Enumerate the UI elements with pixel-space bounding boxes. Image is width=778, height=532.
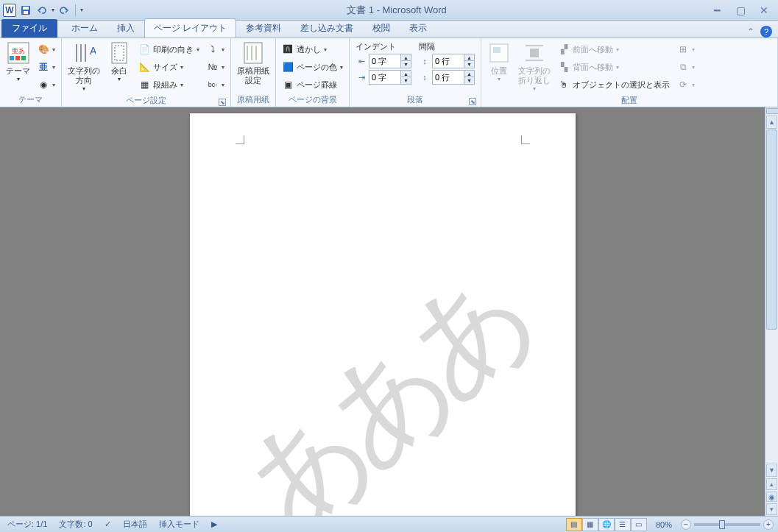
svg-rect-20 (530, 49, 539, 57)
save-button[interactable] (19, 4, 32, 17)
document-scroll[interactable]: あああ (0, 107, 765, 516)
borders-icon: ▣ (282, 79, 294, 91)
theme-fonts-button[interactable]: 亜▾ (35, 59, 58, 75)
minimize-button[interactable]: ━ (710, 4, 724, 17)
word-count[interactable]: 文字数: 0 (56, 519, 95, 530)
insert-mode[interactable]: 挿入モード (156, 519, 202, 530)
margin-mark-tl (236, 135, 244, 144)
watermark-text: あああ (210, 241, 556, 516)
scroll-thumb[interactable] (766, 130, 777, 330)
vertical-scrollbar[interactable]: ▲ ▼ ▴ ◉ ▾ (765, 107, 778, 516)
spin-down[interactable]: ▼ (400, 61, 411, 68)
close-button[interactable]: ✕ (757, 4, 771, 17)
tab-mailings[interactable]: 差し込み文書 (291, 18, 363, 38)
ribbon-minimize-icon[interactable]: ⌃ (747, 26, 754, 37)
tab-file[interactable]: ファイル (1, 19, 57, 38)
spin-down[interactable]: ▼ (400, 77, 411, 84)
theme-colors-button[interactable]: 🎨▾ (35, 41, 58, 57)
align-button: ⊞▾ (674, 41, 698, 57)
pagecolor-button[interactable]: 🟦ページの色▾ (279, 59, 346, 75)
zoom-out-button[interactable]: − (681, 519, 691, 530)
zoom-in-button[interactable]: + (763, 519, 774, 530)
pageborders-button[interactable]: ▣ページ罫線 (279, 77, 346, 93)
print-layout-view[interactable]: ▤ (566, 518, 582, 531)
size-icon: 📐 (138, 61, 150, 73)
fullscreen-view[interactable]: ▦ (582, 518, 598, 531)
zoom-thumb[interactable] (719, 520, 725, 529)
breaks-button[interactable]: ⤵▾ (204, 41, 227, 57)
group-icon: ⧉ (677, 61, 689, 73)
tab-view[interactable]: 表示 (400, 18, 436, 38)
size-button[interactable]: 📐サイズ▾ (135, 59, 202, 75)
theme-effects-button[interactable]: ◉▾ (35, 77, 58, 93)
language-indicator[interactable]: 日本語 (120, 519, 150, 530)
hyphenation-button[interactable]: bc-▾ (204, 77, 227, 93)
prev-page-button[interactable]: ▴ (766, 478, 777, 490)
document-page[interactable]: あああ (190, 113, 576, 516)
undo-dropdown[interactable]: ▾ (52, 7, 54, 13)
text-direction-button[interactable]: A 文字列の 方向 ▾ (65, 40, 103, 93)
zoom-track[interactable] (694, 523, 760, 526)
space-after-spinner[interactable]: ▲▼ (432, 70, 475, 85)
selection-icon: 🖱 (558, 79, 570, 91)
spin-up[interactable]: ▲ (464, 54, 474, 61)
page-indicator[interactable]: ページ: 1/1 (4, 519, 50, 530)
group-manuscript: 原稿用紙 設定 原稿用紙 (231, 38, 276, 107)
selection-pane-button[interactable]: 🖱オブジェクトの選択と表示 (555, 77, 673, 93)
breaks-icon: ⤵ (207, 43, 219, 55)
ribbon-tabs: ファイル ホーム 挿入 ページ レイアウト 参考資料 差し込み文書 校閲 表示 … (0, 21, 778, 38)
wrap-text-button: 文字列の 折り返し ▾ (515, 40, 554, 93)
tab-home[interactable]: ホーム (62, 18, 107, 38)
browse-object-button[interactable]: ◉ (766, 492, 777, 502)
orientation-button[interactable]: 📄印刷の向き▾ (135, 41, 202, 57)
redo-button[interactable] (57, 4, 71, 17)
tab-insert[interactable]: 挿入 (107, 18, 144, 38)
watermark-button[interactable]: 🅰透かし▾ (279, 41, 346, 57)
tab-pagelayout[interactable]: ページ レイアウト (144, 18, 236, 38)
indent-right-spinner[interactable]: ▲▼ (369, 70, 411, 85)
maximize-button[interactable]: ▢ (734, 4, 747, 17)
view-buttons: ▤ ▦ 🌐 ☰ ▭ (566, 518, 647, 531)
quick-access-toolbar: W ▾ ▾ (3, 4, 83, 17)
bring-forward-button: ▞前面へ移動▾ (555, 41, 673, 57)
spin-up[interactable]: ▲ (464, 71, 474, 77)
paragraph-launcher[interactable]: ⬊ (469, 98, 476, 105)
pagesetup-launcher[interactable]: ⬊ (219, 99, 226, 106)
tab-references[interactable]: 参考資料 (236, 18, 291, 38)
tab-review[interactable]: 校閲 (363, 18, 400, 38)
align-icon: ⊞ (677, 43, 689, 55)
web-view[interactable]: 🌐 (598, 518, 615, 531)
spin-down[interactable]: ▼ (464, 77, 474, 84)
scroll-track[interactable] (765, 130, 778, 463)
space-before-spinner[interactable]: ▲▼ (432, 54, 475, 68)
hyphenation-icon: bc- (207, 79, 219, 91)
next-page-button[interactable]: ▾ (766, 503, 777, 515)
position-button: 位置 ▾ (484, 40, 514, 84)
margins-button[interactable]: 余白 ▾ (105, 40, 134, 84)
line-numbers-button[interactable]: №▾ (204, 59, 227, 75)
spin-up[interactable]: ▲ (400, 71, 411, 77)
spin-up[interactable]: ▲ (400, 54, 411, 61)
linenumbers-icon: № (207, 61, 219, 73)
undo-button[interactable] (35, 4, 49, 17)
spin-down[interactable]: ▼ (464, 61, 474, 68)
help-button[interactable]: ? (760, 26, 772, 38)
columns-button[interactable]: ▦段組み▾ (135, 77, 202, 93)
scroll-down-button[interactable]: ▼ (766, 464, 777, 477)
macro-icon[interactable]: ▶ (208, 519, 220, 529)
outline-view[interactable]: ☰ (615, 518, 631, 531)
draft-view[interactable]: ▭ (631, 518, 647, 531)
group-pagesetup: A 文字列の 方向 ▾ 余白 ▾ 📄印刷の向き▾ 📐サイズ▾ ▦段組み▾ ⤵▾ … (62, 38, 231, 107)
zoom-level[interactable]: 80% (653, 520, 675, 529)
group-pagebg: 🅰透かし▾ 🟦ページの色▾ ▣ページ罫線 ページの背景 (276, 38, 350, 107)
manuscript-button[interactable]: 原稿用紙 設定 (234, 40, 272, 87)
rotate-icon: ⟳ (677, 79, 689, 91)
split-handle[interactable] (766, 108, 778, 114)
proofing-icon[interactable]: ✓ (102, 519, 114, 529)
indent-left-spinner[interactable]: ▲▼ (369, 54, 411, 68)
word-app-icon[interactable]: W (3, 4, 16, 17)
forward-icon: ▞ (558, 43, 570, 55)
pagecolor-icon: 🟦 (282, 61, 294, 73)
themes-button[interactable]: 亜あ テーマ ▾ (3, 40, 33, 84)
scroll-up-button[interactable]: ▲ (766, 116, 777, 129)
